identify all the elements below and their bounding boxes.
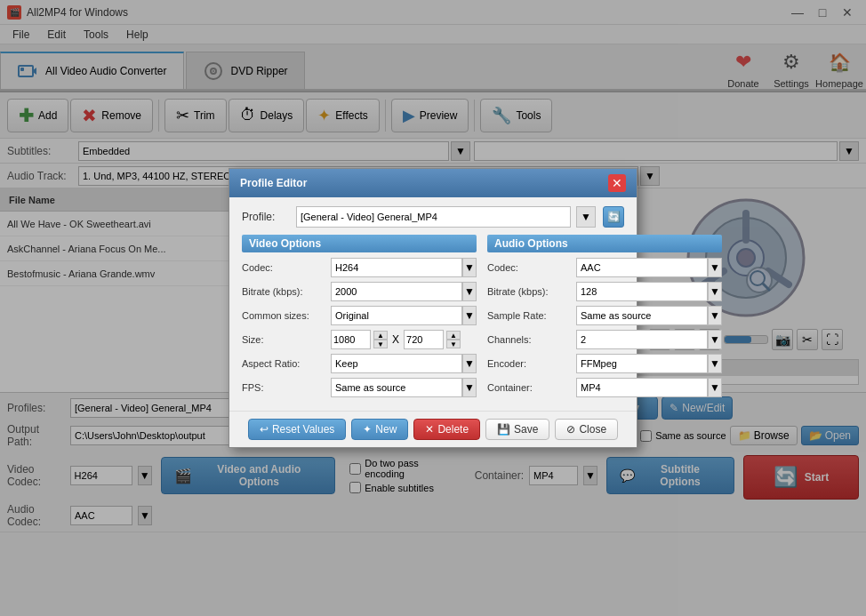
fps-row: FPS: ▼	[242, 378, 477, 397]
audio-codec-modal-field[interactable]	[576, 258, 708, 277]
profile-input[interactable]	[296, 206, 571, 228]
new-profile-button[interactable]: ✦ New	[351, 419, 408, 440]
encoder-dropdown[interactable]: ▼	[708, 354, 722, 373]
audio-codec-field-row: Codec: ▼	[487, 258, 722, 277]
delete-icon: ✕	[425, 423, 434, 436]
reset-label: Reset Values	[272, 423, 334, 436]
aspect-dropdown[interactable]: ▼	[462, 354, 477, 373]
aspect-ratio-label: Aspect Ratio:	[242, 358, 331, 369]
video-bitrate-field[interactable]	[331, 282, 462, 301]
size-x-separator: X	[392, 333, 399, 346]
common-sizes-label: Common sizes:	[242, 310, 331, 321]
modal-title-text: Profile Editor	[240, 177, 307, 189]
audio-codec-modal-dropdown[interactable]: ▼	[708, 258, 722, 277]
encoder-row: Encoder: ▼	[487, 354, 722, 373]
encoder-label: Encoder:	[487, 358, 576, 369]
container-row: Container: ▼	[487, 378, 722, 397]
fps-field[interactable]	[331, 378, 462, 397]
modal-container-field[interactable]	[576, 378, 708, 397]
height-down-btn[interactable]: ▼	[446, 340, 461, 348]
height-up-btn[interactable]: ▲	[446, 331, 461, 340]
size-row: Size: ▲ ▼ X ▲ ▼	[242, 330, 477, 349]
options-grid: Video Options Codec: ▼ Bitrate (kbps): ▼	[242, 235, 624, 402]
profile-dropdown-btn[interactable]: ▼	[576, 206, 596, 228]
channels-field[interactable]	[576, 330, 708, 349]
save-profile-button[interactable]: 💾 Save	[485, 419, 549, 440]
audio-bitrate-row: Bitrate (kbps): ▼	[487, 282, 722, 301]
modal-close-button[interactable]: ✕	[608, 174, 626, 192]
audio-bitrate-field[interactable]	[576, 282, 708, 301]
fps-dropdown[interactable]: ▼	[462, 378, 477, 397]
video-bitrate-label: Bitrate (kbps):	[242, 286, 331, 297]
save-icon: 💾	[497, 423, 510, 436]
common-sizes-dropdown[interactable]: ▼	[462, 306, 477, 325]
sample-rate-label: Sample Rate:	[487, 310, 576, 321]
common-sizes-row: Common sizes: ▼	[242, 306, 477, 325]
size-controls: ▲ ▼ X ▲ ▼	[331, 330, 461, 349]
channels-row: Channels: ▼	[487, 330, 722, 349]
audio-bitrate-dropdown[interactable]: ▼	[708, 282, 722, 301]
encoder-field[interactable]	[576, 354, 708, 373]
reset-values-button[interactable]: ↩ Reset Values	[248, 419, 346, 440]
reset-icon: ↩	[260, 423, 269, 436]
audio-codec-field-label: Codec:	[487, 262, 576, 273]
close-icon: ⊘	[566, 423, 575, 436]
aspect-ratio-field[interactable]	[331, 354, 462, 373]
profile-refresh-button[interactable]: 🔄	[603, 206, 624, 228]
common-sizes-field[interactable]	[331, 306, 462, 325]
modal-body: Profile: ▼ 🔄 Video Options Codec: ▼	[229, 197, 637, 411]
video-bitrate-row: Bitrate (kbps): ▼	[242, 282, 477, 301]
size-height-input[interactable]	[404, 330, 444, 349]
channels-label: Channels:	[487, 334, 576, 345]
sample-rate-dropdown[interactable]: ▼	[708, 306, 722, 325]
modal-title-bar: Profile Editor ✕	[229, 169, 637, 197]
fps-label: FPS:	[242, 382, 331, 393]
video-codec-field[interactable]	[331, 258, 462, 277]
video-bitrate-dropdown[interactable]: ▼	[462, 282, 477, 301]
modal-footer: ↩ Reset Values ✦ New ✕ Delete 💾 Save ⊘ C…	[229, 411, 637, 447]
modal-container-dropdown[interactable]: ▼	[708, 378, 722, 397]
video-codec-field-label: Codec:	[242, 262, 331, 273]
size-label: Size:	[242, 334, 331, 345]
save-label: Save	[514, 423, 538, 436]
delete-label: Delete	[437, 423, 469, 436]
size-width-input[interactable]	[331, 330, 371, 349]
sample-rate-field[interactable]	[576, 306, 708, 325]
profile-editor-modal: Profile Editor ✕ Profile: ▼ 🔄 Video Opti…	[229, 168, 637, 448]
audio-bitrate-label: Bitrate (kbps):	[487, 286, 576, 297]
profile-field-label: Profile:	[242, 211, 291, 223]
new-icon: ✦	[363, 423, 372, 436]
close-modal-button[interactable]: ⊘ Close	[555, 419, 618, 440]
audio-options-col: Audio Options Codec: ▼ Bitrate (kbps): ▼	[487, 235, 722, 402]
new-label: New	[375, 423, 397, 436]
close-label: Close	[579, 423, 606, 436]
aspect-ratio-row: Aspect Ratio: ▼	[242, 354, 477, 373]
video-options-title: Video Options	[242, 235, 477, 252]
width-up-btn[interactable]: ▲	[373, 331, 388, 340]
video-codec-field-dropdown[interactable]: ▼	[462, 258, 477, 277]
profile-row: Profile: ▼ 🔄	[242, 206, 624, 228]
width-down-btn[interactable]: ▼	[373, 340, 388, 348]
video-codec-row: Codec: ▼	[242, 258, 477, 277]
modal-container-label: Container:	[487, 382, 576, 393]
delete-profile-button[interactable]: ✕ Delete	[413, 419, 480, 440]
audio-options-title: Audio Options	[487, 235, 722, 252]
modal-overlay: Profile Editor ✕ Profile: ▼ 🔄 Video Opti…	[0, 0, 866, 616]
video-options-col: Video Options Codec: ▼ Bitrate (kbps): ▼	[242, 235, 477, 402]
sample-rate-row: Sample Rate: ▼	[487, 306, 722, 325]
channels-dropdown[interactable]: ▼	[708, 330, 722, 349]
